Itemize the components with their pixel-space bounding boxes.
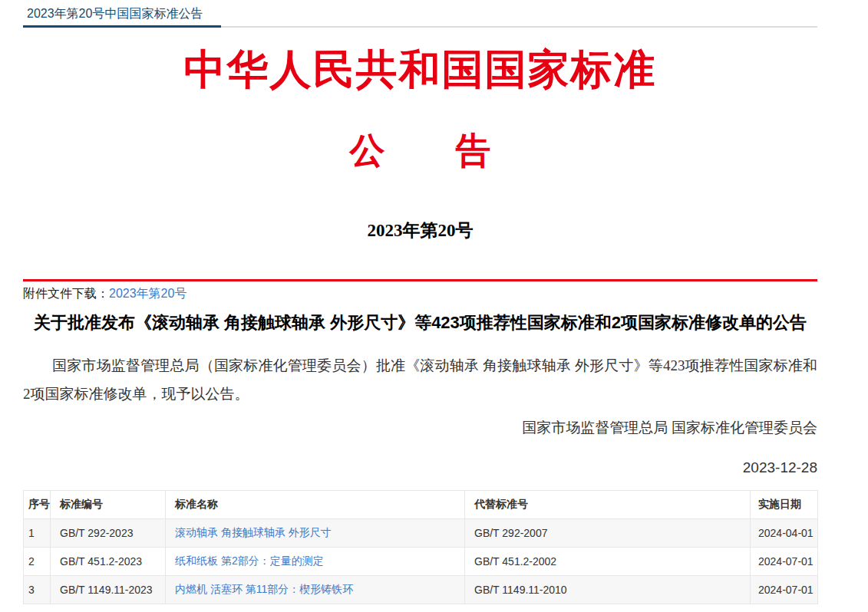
table-row: 3GB/T 1149.11-2023内燃机 活塞环 第11部分：楔形铸铁环GB/… bbox=[24, 576, 818, 604]
issue-number: 2023年第20号 bbox=[23, 221, 817, 241]
red-divider bbox=[23, 279, 817, 281]
publish-date: 2023-12-28 bbox=[23, 459, 817, 476]
standard-name-cell: 滚动轴承 角接触球轴承 外形尺寸 bbox=[166, 519, 465, 548]
attachment-link[interactable]: 2023年第20号 bbox=[109, 287, 186, 300]
banner-subtitle: 公 告 bbox=[23, 131, 817, 171]
replaced-code-cell: GB/T 1149.11-2010 bbox=[465, 576, 751, 604]
implementation-date-cell: 2024-04-01 bbox=[751, 519, 818, 548]
issuing-authorities: 国家市场监督管理总局 国家标准化管理委员会 bbox=[23, 420, 817, 436]
table-row: 1GB/T 292-2023滚动轴承 角接触球轴承 外形尺寸GB/T 292-2… bbox=[24, 519, 818, 548]
attachment-row: 附件文件下载：2023年第20号 bbox=[23, 285, 817, 303]
notice-heading: 关于批准发布《滚动轴承 角接触球轴承 外形尺寸》等423项推荐性国家标准和2项国… bbox=[23, 310, 817, 335]
col-header-standard-name: 标准名称 bbox=[166, 491, 465, 519]
row-index-cell: 3 bbox=[24, 576, 51, 604]
header-row: 序号 标准编号 标准名称 代替标准号 实施日期 bbox=[24, 491, 818, 519]
replaced-code-cell: GB/T 292-2007 bbox=[465, 519, 751, 548]
standard-name-link[interactable]: 内燃机 活塞环 第11部分：楔形铸铁环 bbox=[175, 583, 353, 595]
standard-code-cell: GB/T 451.2-2023 bbox=[51, 548, 166, 576]
tab-bar: 2023年第20号中国国家标准公告 bbox=[23, 0, 817, 28]
standard-name-link[interactable]: 纸和纸板 第2部分：定量的测定 bbox=[175, 554, 324, 567]
standards-table-header: 序号 标准编号 标准名称 代替标准号 实施日期 bbox=[24, 491, 818, 519]
implementation-date-cell: 2024-07-01 bbox=[751, 548, 818, 576]
col-header-implementation-date: 实施日期 bbox=[751, 491, 818, 519]
attachment-label: 附件文件下载： bbox=[23, 287, 109, 300]
col-header-index: 序号 bbox=[24, 491, 51, 519]
standards-table-body: 1GB/T 292-2023滚动轴承 角接触球轴承 外形尺寸GB/T 292-2… bbox=[24, 519, 818, 604]
announcement-document: 中华人民共和国国家标准 公 告 2023年第20号 附件文件下载：2023年第2… bbox=[23, 47, 817, 604]
row-index-cell: 2 bbox=[24, 548, 51, 576]
table-row: 2GB/T 451.2-2023纸和纸板 第2部分：定量的测定GB/T 451.… bbox=[24, 548, 818, 576]
row-index-cell: 1 bbox=[24, 519, 51, 548]
notice-body: 国家市场监督管理总局（国家标准化管理委员会）批准《滚动轴承 角接触球轴承 外形尺… bbox=[23, 351, 817, 408]
tab-announcement[interactable]: 2023年第20号中国国家标准公告 bbox=[23, 5, 221, 28]
banner-title: 中华人民共和国国家标准 bbox=[23, 47, 817, 93]
implementation-date-cell: 2024-07-01 bbox=[751, 576, 818, 604]
standard-name-link[interactable]: 滚动轴承 角接触球轴承 外形尺寸 bbox=[175, 526, 332, 538]
col-header-replaced-code: 代替标准号 bbox=[465, 491, 751, 519]
standard-name-cell: 纸和纸板 第2部分：定量的测定 bbox=[166, 548, 465, 576]
standards-table: 序号 标准编号 标准名称 代替标准号 实施日期 1GB/T 292-2023滚动… bbox=[23, 490, 818, 604]
standard-name-cell: 内燃机 活塞环 第11部分：楔形铸铁环 bbox=[166, 576, 465, 604]
replaced-code-cell: GB/T 451.2-2002 bbox=[465, 548, 751, 576]
standard-code-cell: GB/T 292-2023 bbox=[51, 519, 166, 548]
col-header-standard-code: 标准编号 bbox=[51, 491, 166, 519]
standard-code-cell: GB/T 1149.11-2023 bbox=[51, 576, 166, 604]
